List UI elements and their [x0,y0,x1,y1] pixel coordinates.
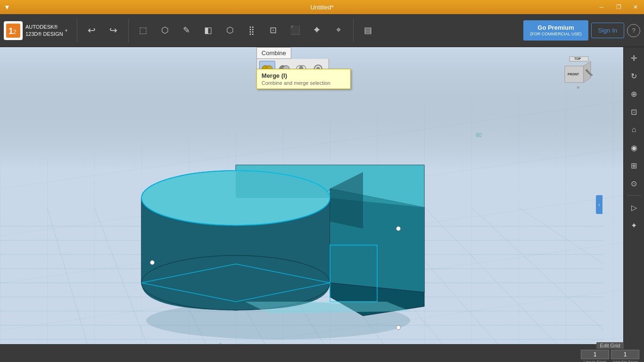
svg-text:1: 1 [8,26,13,36]
layer-button[interactable]: ▤ [358,18,379,43]
home-view-button[interactable]: ⌂ [626,122,642,138]
edit-grid-panel: Edit Grid Linear Snap Angular Snap [581,342,639,362]
box-button[interactable]: ⬛ [285,18,305,43]
toolbar-separator-1 [77,19,77,42]
grid-toggle-button[interactable]: ⊞ [626,157,642,173]
svg-text:TOP: TOP [574,57,581,60]
linear-snap-label: Linear Snap [584,360,607,362]
select-tool-button[interactable]: ⬚ [133,18,154,43]
perspective-button[interactable]: ◉ [626,140,642,156]
snap-button[interactable]: ⊡ [263,18,284,43]
signin-button[interactable]: Sign In [591,23,624,38]
measure-icon: ⌖ [336,25,341,35]
tooltip-title: Merge (I) [262,72,346,79]
orbit-button[interactable]: ↻ [626,68,642,84]
zoom-button[interactable]: ⊕ [626,86,642,102]
selection-handle-1[interactable] [150,260,155,265]
brand-text: AUTODESK® 123D® DESIGN [25,24,63,37]
sketch-icon: ✎ [183,25,190,35]
text-icon: ⌖ [314,25,319,35]
redo-icon: ↪ [109,25,117,36]
linear-snap-input[interactable] [581,350,609,359]
svg-line-27 [519,207,603,264]
logo-arrow[interactable]: ▼ [4,3,10,11]
combine-button[interactable]: Combine [256,47,291,59]
premium-button[interactable]: Go Premium (FOR COMMERCIAL USE) [523,20,588,40]
pattern-icon: ⣿ [248,25,255,35]
svg-line-17 [47,207,94,362]
modify-icon: ⬡ [226,25,234,35]
grid-number-right: 90 [476,132,482,139]
screenshot-button[interactable]: ⊙ [626,175,642,191]
close-button[interactable]: ✕ [627,0,644,14]
logo-block: 1 2 AUTODESK® 123D® DESIGN ▾ [4,21,67,40]
combine-dropdown: Combine [256,47,329,79]
construct-button[interactable]: ◧ [198,18,219,43]
pan-button[interactable]: ✛ [626,50,642,66]
titlebar: ▼ Untitled* ─ ❐ ✕ [0,0,644,14]
viewport-canvas[interactable]: → ↑ 90 -3 Combine [0,47,623,362]
app-logo: 1 2 [4,21,23,40]
selection-handle-2[interactable] [396,226,401,231]
undo-icon: ↩ [88,25,96,36]
text-button[interactable]: ⌖ [306,18,327,43]
tooltip-description: Combine and merge selection [262,80,346,86]
modify-button[interactable]: ⬡ [220,18,240,43]
toolbar-separator-2 [128,19,129,42]
restore-button[interactable]: ❐ [610,0,627,14]
brand-dropdown-arrow[interactable]: ▾ [65,28,67,33]
merge-tooltip: Merge (I) Combine and merge selection [256,69,351,89]
primitives-button[interactable]: ⬡ [155,18,175,43]
selection-handle-3[interactable] [396,325,401,330]
3d-model [104,104,457,349]
main-area: → ↑ 90 -3 Combine [0,47,644,362]
angular-snap-label: Angular Snap [612,360,638,362]
toolbar: 1 2 AUTODESK® 123D® DESIGN ▾ ↩ ↪ ⬚ ⬡ ✎ ◧… [0,14,644,47]
svg-text:2: 2 [13,29,17,35]
help-button[interactable]: ? [627,24,640,37]
select-icon: ⬚ [139,25,147,35]
bottom-bar: Edit Grid Linear Snap Angular Snap [0,344,644,362]
layer-icon: ▤ [364,25,372,35]
settings-button[interactable]: ✦ [626,217,642,233]
undo-button[interactable]: ↩ [82,18,102,43]
window-title: Untitled* [310,4,333,11]
grid-inputs: Linear Snap Angular Snap [581,350,639,362]
svg-text:FRONT: FRONT [568,73,579,76]
right-panel-tab[interactable]: › [596,195,603,214]
angular-snap-group: Angular Snap [611,350,639,362]
pattern-button[interactable]: ⣿ [241,18,262,43]
measure-button[interactable]: ⌖ [328,18,349,43]
angular-snap-input[interactable] [611,350,639,359]
window-controls: ─ ❐ ✕ [593,0,644,14]
right-panel-separator [627,195,641,196]
svg-text:⊕: ⊕ [577,85,580,90]
linear-snap-group: Linear Snap [581,350,609,362]
edit-grid-label[interactable]: Edit Grid [596,342,624,349]
redo-button[interactable]: ↪ [103,18,124,43]
primitives-icon: ⬡ [161,25,169,35]
sketch-button[interactable]: ✎ [176,18,197,43]
construct-icon: ◧ [204,25,212,35]
toolbar-separator-3 [353,19,354,42]
animate-button[interactable]: ▷ [626,199,642,215]
fit-button[interactable]: ⊡ [626,104,642,120]
box-icon: ⬛ [290,25,300,35]
snap-icon: ⊡ [270,25,277,35]
minimize-button[interactable]: ─ [593,0,610,14]
right-side-panel: ✛ ↻ ⊕ ⊡ ⌂ ◉ ⊞ ⊙ ▷ ✦ [623,47,644,362]
nav-cube[interactable]: TOP FRONT RIGHT ⊕ [560,52,598,90]
